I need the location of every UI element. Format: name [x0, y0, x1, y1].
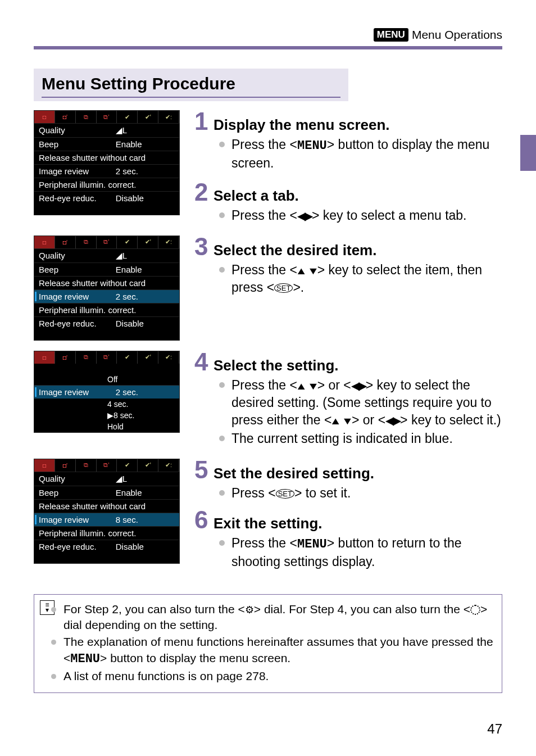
up-down-key-icon: ▲▼	[330, 414, 354, 428]
header-rule	[34, 46, 502, 49]
step-title-1: Display the menu screen.	[214, 116, 502, 134]
left-right-key-icon: ◀▶	[351, 379, 366, 392]
camera-screenshot-1: ◘◘'⧉⧉'✔✔'✔: Quality◢L BeepEnable Release…	[34, 110, 180, 215]
set-button-icon: SET	[276, 489, 294, 499]
step-number-2: 2	[194, 181, 214, 203]
step1-bullet: Press the <MENU> button to display the m…	[231, 136, 502, 172]
note-1: For Step 2, you can also turn the <⚙> di…	[61, 601, 494, 633]
step-title-2: Select a tab.	[214, 187, 502, 205]
section-heading: Menu Setting Procedure	[42, 74, 340, 98]
set-button-icon: SET	[274, 283, 293, 293]
section-heading-wrap: Menu Setting Procedure	[34, 69, 348, 101]
left-right-key-icon: ◀▶	[297, 210, 312, 222]
quick-dial-icon	[470, 605, 480, 615]
step-number-1: 1	[194, 110, 214, 133]
step6-bullet: Press the <MENU> button to return to the…	[231, 535, 502, 571]
header-menu-badge: MENU	[374, 28, 408, 42]
step-title-6: Exit the setting.	[214, 515, 502, 532]
note-3: A list of menu functions is on page 278.	[61, 668, 494, 684]
camera-screenshot-3: ◘◘'⧉⧉'✔✔'✔: Off Image review2 sec. 4 sec…	[34, 351, 180, 433]
menu-button-icon: MENU	[297, 139, 327, 153]
step-title-3: Select the desired item.	[214, 242, 502, 259]
step-number-3: 3	[194, 236, 214, 258]
step-title-4: Select the setting.	[214, 357, 502, 374]
main-dial-icon: ⚙	[245, 604, 254, 615]
step4-bullet-1: Press the <▲▼> or <◀▶> key to select the…	[231, 377, 502, 429]
camera-screenshot-2: ◘◘'⧉⧉'✔✔'✔: Quality◢L BeepEnable Release…	[34, 236, 180, 341]
left-right-key-icon: ◀▶	[385, 414, 400, 427]
up-down-key-icon: ▲▼	[295, 379, 319, 393]
step2-bullet: Press the <◀▶> key to select a menu tab.	[231, 207, 502, 224]
menu-button-icon: MENU	[70, 652, 100, 666]
step-number-5: 5	[194, 459, 214, 481]
camera-screenshot-4: ◘◘'⧉⧉'✔✔'✔: Quality◢L BeepEnable Release…	[34, 459, 180, 564]
header-title: Menu Operations	[412, 28, 502, 42]
note-2: The explanation of menu functions herein…	[61, 634, 494, 667]
note-box: ≡▾ For Step 2, you can also turn the <⚙>…	[34, 594, 502, 693]
step-number-4: 4	[194, 351, 214, 373]
side-tab-indicator	[520, 135, 536, 171]
up-down-key-icon: ▲▼	[295, 264, 319, 278]
step-number-6: 6	[194, 509, 214, 531]
step5-bullet: Press <SET> to set it.	[231, 485, 502, 502]
step-title-5: Set the desired setting.	[214, 465, 502, 482]
page-number: 47	[487, 721, 502, 737]
step4-bullet-2: The current setting is indicated in blue…	[231, 430, 502, 447]
menu-button-icon: MENU	[297, 537, 327, 551]
step3-bullet: Press the <▲▼> key to select the item, t…	[231, 261, 502, 296]
